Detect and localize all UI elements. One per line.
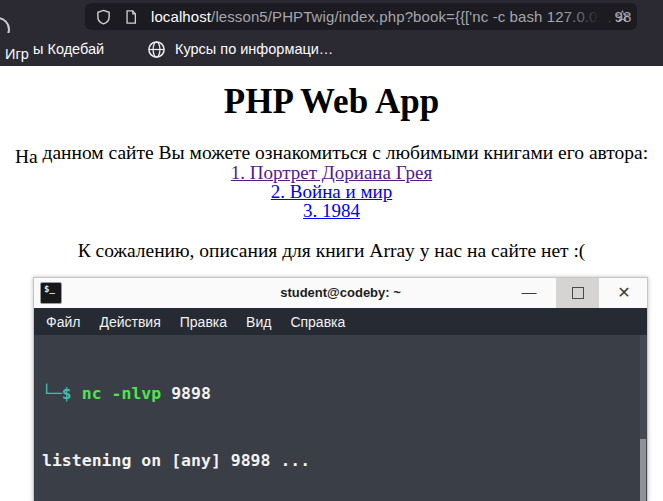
menu-file[interactable]: Файл [46,314,80,330]
menu-view[interactable]: Вид [246,314,271,330]
intro-rest: данном сайте Вы можете ознакомиться с лю… [38,142,649,163]
bookmarks-bar: Игр ы Кодебай Курсы по информаци… [0,33,663,66]
url-host: localhost [151,8,211,25]
scrollbar-thumb[interactable] [640,439,646,501]
terminal-prompt-line: └─$ nc -nlvp 9898 [42,383,647,405]
maximize-button[interactable] [556,278,599,308]
terminal-menubar: Файл Действия Правка Вид Справка [34,308,647,335]
bookmark-item-games-kodebay[interactable]: ы Кодебай [33,41,104,57]
bookmark-star-icon[interactable]: ☆ [615,4,630,29]
not-found-message: К сожалению, описания для книги Array у … [0,240,663,262]
intro-first-word: На [15,146,38,167]
menu-edit[interactable]: Правка [180,314,227,330]
terminal-body[interactable]: └─$ nc -nlvp 9898 listening on [any] 989… [34,335,647,501]
menu-help[interactable]: Справка [290,314,345,330]
shield-icon[interactable] [96,9,111,25]
url-fade-overlay [564,3,609,30]
globe-icon [147,40,166,62]
shell-command: nc -nlvp [82,384,171,403]
browser-window: localhost/lesson5/PHPTwig/index.php?book… [0,0,663,501]
book-link-1984[interactable]: 3. 1984 [0,201,663,220]
menu-actions[interactable]: Действия [99,314,160,330]
bookmark-item-courses[interactable]: Курсы по информаци… [175,41,333,57]
intro-text: На данном сайте Вы можете ознакомиться с… [0,142,663,163]
close-button[interactable]: ✕ [609,278,639,308]
address-bar[interactable]: localhost/lesson5/PHPTwig/index.php?book… [85,3,637,30]
shell-prompt: └─$ [42,384,82,403]
terminal-output-line: listening on [any] 9898 ... [42,450,647,472]
page-info-icon[interactable] [124,9,138,25]
book-link-dorian-gray[interactable]: 1. Портрет Дориана Грея [0,163,663,182]
minimize-button[interactable]: — [514,278,544,308]
book-link-war-and-peace[interactable]: 2. Война и мир [0,182,663,201]
bookmark-label-fragment-low[interactable]: Игр [5,46,29,62]
maximize-icon [572,287,584,299]
url-text[interactable]: localhost/lesson5/PHPTwig/index.php?book… [151,8,631,25]
shell-command-arg: 9898 [171,384,211,403]
browser-toolbar: localhost/lesson5/PHPTwig/index.php?book… [0,0,663,33]
terminal-titlebar[interactable]: $_ student@codeby: ~ — ✕ [34,278,647,308]
terminal-window: $_ student@codeby: ~ — ✕ Файл Действия П… [33,277,648,501]
book-links: 1. Портрет Дориана Грея 2. Война и мир 3… [0,163,663,220]
page-title: PHP Web App [0,82,663,122]
